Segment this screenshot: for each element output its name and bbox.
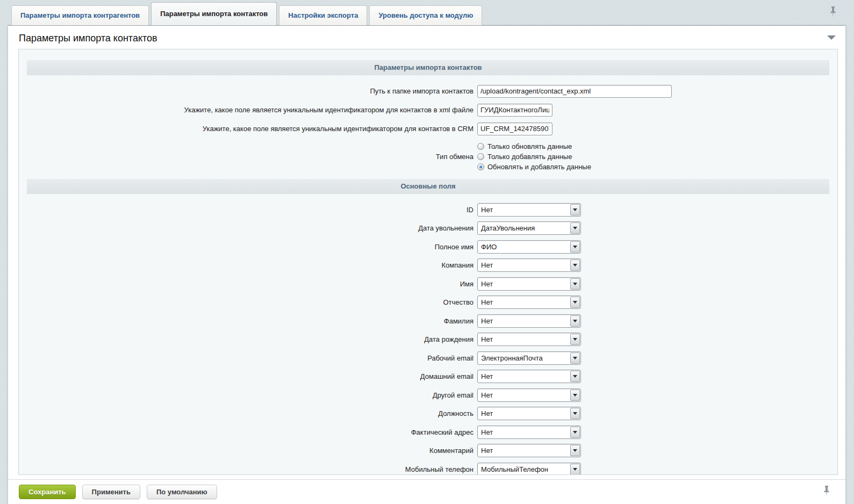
collapse-arrow-icon[interactable] (827, 35, 836, 40)
section-header-main-fields: Основные поля (27, 179, 829, 194)
field-label: Путь к папке импорта контактов (19, 87, 473, 95)
field-select[interactable]: Нет (477, 388, 581, 402)
field-select[interactable]: Нет (477, 258, 581, 272)
select-value: Нет (481, 259, 493, 271)
field-row: Мобильный телефон МобильныйТелефон (19, 460, 837, 475)
dropdown-arrow-icon[interactable] (570, 445, 580, 456)
field-label: Дата рождения (19, 335, 473, 343)
field-select[interactable]: Нет (477, 333, 581, 346)
tab-bar: Параметры импорта контрагентовПараметры … (11, 0, 482, 25)
dropdown-arrow-icon[interactable] (570, 241, 580, 253)
save-button[interactable]: Сохранить (19, 485, 76, 499)
dropdown-arrow-icon[interactable] (570, 222, 580, 234)
dropdown-arrow-icon[interactable] (570, 390, 580, 401)
field-label: Имя (19, 280, 473, 288)
page: { "tabs": [ {"label": "Параметры импорта… (0, 0, 854, 504)
field-label: Фамилия (19, 317, 473, 325)
dropdown-arrow-icon[interactable] (570, 371, 580, 382)
dropdown-arrow-icon[interactable] (570, 464, 580, 475)
field-row: Дата увольнения ДатаУвольнения (19, 219, 837, 238)
form-row: Укажите, какое поле является уникальным … (19, 119, 837, 138)
tab[interactable]: Уровень доступа к модулю (369, 5, 482, 25)
field-select[interactable]: Нет (477, 314, 581, 328)
dropdown-arrow-icon[interactable] (570, 334, 580, 345)
settings-form-panel: Параметры импорта контактов Путь к папке… (18, 49, 838, 475)
tab[interactable]: Параметры импорта контактов (151, 2, 277, 25)
field-label: Укажите, какое поле является уникальным … (19, 125, 473, 133)
text-input[interactable] (477, 104, 552, 117)
field-label: Другой email (19, 391, 473, 399)
radio-option[interactable]: Обновлять и добавлять данные (477, 162, 591, 172)
select-value: ЭлектроннаяПочта (481, 352, 543, 364)
form-row: Путь к папке импорта контактов (19, 82, 837, 100)
select-value: Нет (481, 444, 493, 457)
field-select[interactable]: Нет (477, 277, 581, 291)
radio-group: Только обновлять данные Только добавлять… (477, 141, 591, 172)
pin-icon[interactable] (829, 6, 837, 19)
radio-icon[interactable] (477, 153, 484, 160)
apply-button[interactable]: Применить (82, 485, 140, 499)
field-row: Домашний email Нет (19, 368, 837, 386)
field-select[interactable]: Нет (477, 370, 581, 383)
dropdown-arrow-icon[interactable] (570, 315, 580, 327)
field-row: Дата рождения Нет (19, 330, 837, 349)
field-label: Компания (19, 261, 473, 269)
dropdown-arrow-icon[interactable] (570, 408, 580, 419)
defaults-button[interactable]: По умолчанию (147, 485, 217, 499)
select-value: Нет (481, 278, 493, 290)
dropdown-arrow-icon[interactable] (570, 204, 580, 215)
field-label: Фактический адрес (19, 428, 473, 436)
field-label: Мобильный телефон (19, 465, 473, 473)
field-label: Домашний email (19, 372, 473, 380)
field-select[interactable]: ЭлектроннаяПочта (477, 351, 581, 365)
dropdown-arrow-icon[interactable] (570, 352, 580, 364)
tab[interactable]: Параметры импорта контрагентов (11, 5, 149, 25)
select-value: ФИО (481, 241, 497, 253)
field-row: Имя Нет (19, 275, 837, 293)
field-select[interactable]: ДатаУвольнения (477, 221, 581, 235)
field-label: Комментарий (19, 447, 473, 455)
text-input[interactable] (477, 85, 672, 98)
radio-icon[interactable] (477, 143, 484, 150)
field-row: Другой email Нет (19, 386, 837, 405)
select-value: Нет (481, 315, 493, 327)
pin-icon[interactable] (823, 486, 830, 499)
radio-option[interactable]: Только добавлять данные (477, 152, 591, 162)
form-row: Укажите, какое поле является уникальным … (19, 100, 837, 119)
dropdown-arrow-icon[interactable] (570, 260, 580, 271)
import-field-rows: Путь к папке импорта контактов Укажите, … (19, 82, 837, 138)
field-label: Должность (19, 409, 473, 417)
field-row: Комментарий Нет (19, 442, 837, 460)
select-value: Нет (481, 204, 493, 216)
radio-icon[interactable] (477, 163, 484, 170)
select-value: ДатаУвольнения (481, 222, 535, 234)
field-row: Должность Нет (19, 405, 837, 423)
dropdown-arrow-icon[interactable] (570, 427, 580, 438)
select-value: Нет (481, 333, 493, 345)
radio-option[interactable]: Только обновлять данные (477, 141, 591, 152)
select-value: Нет (481, 389, 493, 401)
select-value: Нет (481, 426, 493, 438)
field-select[interactable]: Нет (477, 203, 581, 217)
field-label: Дата увольнения (19, 224, 473, 232)
field-select[interactable]: МобильныйТелефон (477, 463, 581, 475)
field-select[interactable]: Нет (477, 407, 581, 420)
field-row: Фактический адрес Нет (19, 423, 837, 442)
select-value: Нет (481, 407, 493, 420)
field-select[interactable]: Нет (477, 426, 581, 439)
select-value: МобильныйТелефон (481, 463, 548, 475)
field-row: Полное имя ФИО (19, 237, 837, 256)
tab[interactable]: Настройки экспорта (279, 5, 367, 25)
field-select[interactable]: Нет (477, 444, 581, 457)
field-select[interactable]: Нет (477, 296, 581, 309)
field-label: Тип обмена (19, 153, 473, 161)
dropdown-arrow-icon[interactable] (570, 278, 580, 290)
field-row: Фамилия Нет (19, 312, 837, 330)
dropdown-arrow-icon[interactable] (570, 297, 580, 308)
field-select[interactable]: ФИО (477, 240, 581, 254)
field-label: Укажите, какое поле является уникальным … (19, 106, 473, 114)
radio-label: Только обновлять данные (487, 142, 572, 150)
page-title: Параметры импорта контактов (19, 33, 157, 44)
field-label: Отчество (19, 298, 473, 306)
text-input[interactable] (477, 123, 552, 135)
